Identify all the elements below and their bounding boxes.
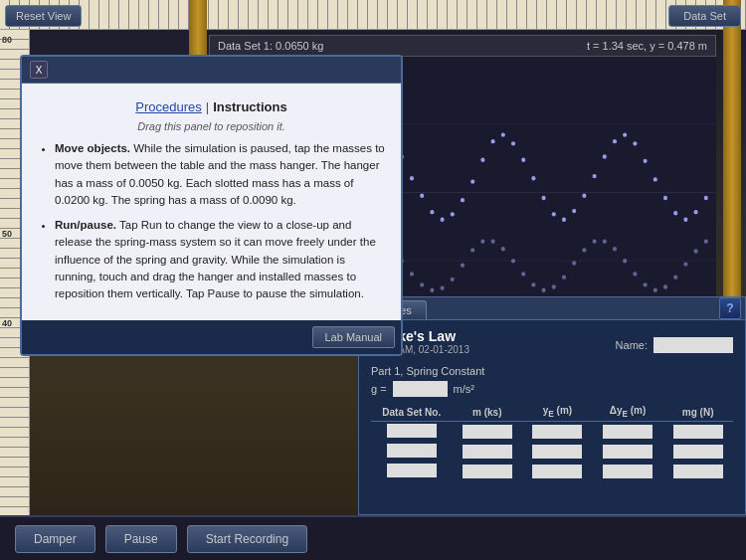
- svg-point-39: [603, 154, 607, 158]
- name-label: Name:: [616, 339, 648, 351]
- svg-point-92: [663, 284, 667, 288]
- svg-point-20: [410, 176, 414, 180]
- col-header-dataset: Data Set No.: [371, 403, 452, 422]
- svg-point-32: [531, 176, 535, 180]
- cell-ye-3[interactable]: [532, 465, 582, 478]
- svg-point-94: [683, 262, 687, 266]
- data-table: Data Set No. m (ks) yE (m) ΔyE (m) mg (N…: [371, 403, 733, 481]
- instruction-item-2: Run/pause. Tap Run to change the view to…: [55, 217, 386, 302]
- svg-point-87: [613, 247, 617, 251]
- svg-point-75: [491, 239, 495, 243]
- dialog-panel: X Procedures | Instructions Drag this pa…: [20, 55, 403, 356]
- svg-point-76: [501, 247, 505, 251]
- ruler-label-50: 50: [2, 229, 12, 239]
- svg-point-88: [623, 259, 627, 263]
- svg-point-78: [521, 272, 525, 276]
- cell-dye-3[interactable]: [603, 465, 653, 478]
- data-set-button[interactable]: Data Set: [668, 5, 741, 27]
- svg-point-23: [441, 218, 445, 222]
- cell-dye-1[interactable]: [603, 425, 653, 439]
- svg-point-42: [633, 141, 637, 145]
- svg-point-93: [673, 275, 677, 279]
- g-unit: m/s²: [454, 383, 474, 395]
- svg-point-33: [542, 196, 546, 200]
- svg-point-25: [461, 198, 465, 202]
- g-input[interactable]: [393, 381, 448, 397]
- tab-divider: |: [206, 99, 209, 114]
- svg-point-46: [673, 211, 677, 215]
- svg-point-45: [663, 196, 667, 200]
- cell-mg-1[interactable]: [673, 425, 723, 439]
- graph-header-left: Data Set 1: 0.0650 kg: [218, 40, 323, 52]
- col-header-ye: yE (m): [522, 403, 593, 422]
- name-row: Hooke's Law 10:43 AM, 02-01-2013 Name:: [371, 328, 733, 361]
- svg-point-28: [491, 139, 495, 143]
- svg-point-85: [593, 239, 597, 243]
- table-row: [371, 442, 733, 462]
- svg-point-96: [704, 239, 708, 243]
- g-label: g =: [371, 383, 387, 395]
- ruler-top: [0, 0, 746, 30]
- svg-point-49: [704, 196, 708, 200]
- ruler-label-80: 80: [2, 35, 12, 45]
- dialog-footer: Lab Manual: [22, 320, 401, 354]
- cell-dataset-2: [387, 444, 437, 458]
- name-input[interactable]: [653, 337, 733, 353]
- cell-mg-3[interactable]: [673, 465, 723, 478]
- svg-point-24: [451, 212, 455, 216]
- svg-point-35: [562, 218, 566, 222]
- svg-point-89: [633, 272, 637, 276]
- svg-point-80: [542, 288, 546, 292]
- reset-view-button[interactable]: Reset View: [5, 5, 82, 27]
- dialog-tabs: Procedures | Instructions: [37, 93, 386, 120]
- cell-ye-1[interactable]: [532, 425, 582, 439]
- help-button[interactable]: ?: [719, 297, 741, 319]
- table-title: Hooke's Law: [371, 328, 610, 344]
- instruction-item-1: Move objects. While the simulation is pa…: [55, 140, 386, 209]
- procedures-tab[interactable]: Procedures: [135, 99, 201, 114]
- table-row: [371, 462, 733, 481]
- dialog-content: Procedures | Instructions Drag this pane…: [22, 84, 401, 320]
- cell-dye-2[interactable]: [603, 445, 653, 459]
- svg-point-81: [552, 284, 556, 288]
- svg-point-82: [562, 275, 566, 279]
- col-header-dye: ΔyE (m): [593, 403, 663, 422]
- pause-button[interactable]: Pause: [105, 525, 177, 553]
- svg-point-68: [420, 282, 424, 286]
- bottom-toolbar: Damper Pause Start Recording: [0, 515, 746, 560]
- svg-point-29: [501, 132, 505, 136]
- svg-point-84: [582, 248, 586, 252]
- instruction-title-2: Run/pause.: [55, 219, 116, 231]
- svg-point-31: [521, 158, 525, 162]
- instructions-list: Move objects. While the simulation is pa…: [37, 140, 386, 302]
- dialog-body: Move objects. While the simulation is pa…: [37, 140, 386, 302]
- svg-point-67: [410, 272, 414, 276]
- dialog-titlebar: X: [22, 57, 401, 84]
- svg-point-44: [653, 177, 657, 181]
- svg-point-95: [694, 249, 698, 253]
- svg-point-77: [511, 259, 515, 263]
- cell-m-3[interactable]: [463, 465, 512, 478]
- svg-point-41: [623, 132, 627, 136]
- cell-mg-2[interactable]: [673, 445, 723, 459]
- svg-point-74: [480, 239, 484, 243]
- cell-ye-2[interactable]: [532, 445, 582, 459]
- graph-header: Data Set 1: 0.0650 kg t = 1.34 sec, y = …: [209, 35, 716, 57]
- dialog-subtitle: Drag this panel to reposition it.: [37, 120, 386, 132]
- svg-point-34: [552, 212, 556, 216]
- start-recording-button[interactable]: Start Recording: [187, 525, 307, 553]
- cell-m-1[interactable]: [463, 425, 512, 439]
- svg-point-83: [572, 261, 576, 265]
- cell-m-2[interactable]: [463, 445, 512, 459]
- damper-button[interactable]: Damper: [15, 525, 95, 553]
- table-content: Hooke's Law 10:43 AM, 02-01-2013 Name: P…: [359, 320, 745, 489]
- svg-point-40: [613, 139, 617, 143]
- svg-point-71: [451, 278, 455, 281]
- table-row: [371, 422, 733, 443]
- lab-manual-button[interactable]: Lab Manual: [312, 326, 396, 348]
- instructions-tab[interactable]: Instructions: [213, 99, 286, 114]
- svg-point-30: [511, 141, 515, 145]
- g-row: g = m/s²: [371, 381, 733, 397]
- svg-point-48: [694, 210, 698, 214]
- dialog-close-button[interactable]: X: [30, 61, 48, 79]
